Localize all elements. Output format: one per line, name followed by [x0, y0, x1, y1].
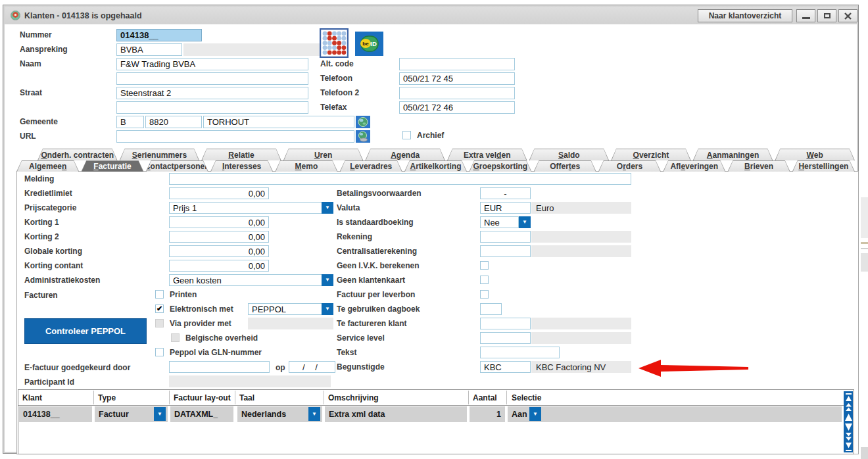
tab-orders[interactable]: Orders [598, 160, 661, 172]
telefoon2-label: Telefoon 2 [320, 89, 359, 97]
factuur-per-leverbon-label: Factuur per leverbon [337, 291, 415, 299]
geen-klantenkaart-checkbox[interactable] [480, 276, 489, 284]
efactuur-goedgekeurd-field[interactable] [169, 361, 270, 373]
naam-field[interactable]: F&W Trading BVBA [116, 58, 308, 70]
tab-saldo[interactable]: Saldo [529, 149, 610, 160]
aanspreking-field[interactable]: BVBA [116, 43, 182, 56]
maximize-button[interactable] [817, 9, 836, 22]
prijscategorie-field[interactable]: Prijs 1 [169, 202, 322, 214]
titlebar[interactable]: Klanten - 014138 is opgehaald Naar klant… [5, 7, 857, 24]
service-level-field[interactable] [480, 332, 531, 344]
column-separator [324, 391, 324, 404]
tab-onderh-contracten[interactable]: Onderh. contracten [37, 149, 118, 160]
elektronisch-met-dropdown-button[interactable]: ▼ [322, 303, 333, 315]
tab-algemeen[interactable]: Algemeen [16, 160, 79, 172]
te-gebruiken-dagboek-field[interactable] [480, 303, 502, 315]
nummer-field[interactable]: 014138__ [116, 29, 202, 41]
tab-leveradres[interactable]: Leveradres [340, 160, 402, 172]
close-button[interactable] [838, 9, 857, 22]
straat-field[interactable]: Steenstraat 2 [116, 87, 308, 99]
controleer-peppol-button[interactable]: Controleer PEPPOL [24, 318, 147, 344]
elektronisch-met-field[interactable]: PEPPOL [248, 303, 322, 315]
elektronisch-met-checkbox[interactable]: ✔ [155, 304, 164, 313]
korting1-field[interactable]: 0,00 [169, 216, 269, 228]
row-cell-omschrijving[interactable]: Extra xml data [325, 406, 467, 422]
row-cell-layout[interactable]: DATAXML_ [170, 406, 233, 422]
tab-memo[interactable]: Memo [275, 160, 337, 172]
betalingsvoorwaarden-field[interactable]: - [480, 187, 531, 199]
melding-field[interactable] [169, 173, 631, 185]
is-standaardboeking-dropdown-button[interactable]: ▼ [519, 216, 531, 228]
go-last-icon[interactable] [844, 442, 853, 451]
tab-contactpersonen[interactable]: Contactpersonen [146, 160, 208, 172]
valuta-code-field[interactable]: EUR [480, 202, 531, 214]
geen-klantenkaart-label: Geen klantenkaart [337, 276, 405, 285]
archief-checkbox[interactable] [402, 131, 411, 139]
dots-grid-icon[interactable] [320, 28, 349, 58]
naar-klantoverzicht-button[interactable]: Naar klantoverzicht [698, 9, 792, 22]
row-up-icon[interactable] [844, 412, 853, 422]
prijscategorie-dropdown-button[interactable]: ▼ [322, 202, 333, 214]
naam2-field[interactable] [116, 72, 308, 85]
telefoon-field[interactable]: 050/21 72 45 [399, 72, 515, 85]
centralisatierekening-field[interactable] [480, 245, 531, 257]
tab-herstellingen[interactable]: Herstellingen [792, 160, 855, 172]
korting-contant-field[interactable]: 0,00 [169, 260, 269, 272]
naam-label: Naam [20, 60, 41, 68]
minimize-button[interactable] [796, 9, 815, 22]
taal-dropdown-button[interactable]: ▼ [308, 407, 320, 421]
row-cell-klant[interactable]: 014138__ [19, 406, 92, 422]
tab-uren[interactable]: Uren [283, 149, 364, 160]
te-factureren-klant-field[interactable] [480, 318, 531, 329]
begunstigde-naam-strip: KBC Factoring NV [531, 361, 631, 373]
row-down-icon[interactable] [844, 422, 853, 431]
gemeente-plaats-field[interactable]: TORHOUT [203, 116, 354, 128]
gemeente-postcode-field[interactable]: 8820 [145, 116, 202, 128]
tab-interesses[interactable]: Interesses [210, 160, 273, 172]
globale-korting-field[interactable]: 0,00 [169, 245, 269, 257]
beid-icon[interactable]: be ID [355, 32, 383, 56]
alt-code-field[interactable] [399, 58, 515, 70]
tab-serienummers[interactable]: Serienummers [120, 149, 200, 160]
administratiekosten-field[interactable]: Geen kosten [169, 274, 322, 286]
tab-afleveringen[interactable]: Afleveringen [663, 160, 725, 172]
efactuur-datum-field[interactable]: / / [289, 361, 335, 373]
globe-link-icon[interactable] [356, 130, 370, 143]
go-first-icon[interactable] [844, 393, 853, 402]
kredietlimiet-field[interactable]: 0,00 [169, 187, 269, 199]
globe-icon[interactable] [356, 116, 370, 128]
selectie-dropdown-button[interactable]: ▼ [529, 407, 541, 421]
begunstigde-code-field[interactable]: KBC [480, 361, 531, 373]
tab-facturatie[interactable]: Facturatie [81, 160, 143, 172]
rekening-field[interactable] [480, 231, 531, 243]
tekst-field[interactable] [480, 347, 560, 358]
tab-groepskorting[interactable]: Groepskorting [469, 160, 531, 172]
url-field[interactable] [116, 130, 354, 143]
peppol-gln-checkbox[interactable] [155, 348, 164, 356]
telefax-field[interactable]: 050/21 72 46 [399, 101, 515, 114]
type-dropdown-button[interactable]: ▼ [154, 407, 166, 421]
page-down-icon[interactable] [844, 432, 853, 441]
tab-web[interactable]: Web [775, 149, 855, 160]
tab-overzicht[interactable]: Overzicht [611, 149, 691, 160]
globale-korting-label: Globale korting [24, 247, 82, 256]
is-standaardboeking-field[interactable]: Nee [480, 216, 519, 228]
gemeente-landcode-field[interactable]: B [116, 116, 144, 128]
korting2-field[interactable]: 0,00 [169, 231, 269, 243]
tab-brieven[interactable]: Brieven [727, 160, 790, 172]
geen-ivk-checkbox[interactable] [480, 261, 489, 270]
straat2-field[interactable] [116, 101, 308, 114]
row-cell-selectie[interactable]: Aan [508, 406, 842, 422]
administratiekosten-dropdown-button[interactable]: ▼ [322, 274, 333, 286]
tab-artikelkorting[interactable]: Artikelkorting [404, 160, 467, 172]
tab-offertes[interactable]: Offertes [534, 160, 596, 172]
tab-agenda[interactable]: Agenda [365, 149, 445, 160]
factuur-per-leverbon-checkbox[interactable] [480, 290, 489, 299]
tab-relatie[interactable]: Relatie [201, 149, 281, 160]
tab-aanmaningen[interactable]: Aanmaningen [693, 149, 773, 160]
telefoon2-field[interactable] [399, 87, 515, 99]
printen-checkbox[interactable] [155, 290, 164, 299]
page-up-icon[interactable] [844, 402, 853, 412]
row-cell-aantal[interactable]: 1 [470, 406, 505, 422]
tab-extra-velden[interactable]: Extra velden [447, 149, 527, 160]
